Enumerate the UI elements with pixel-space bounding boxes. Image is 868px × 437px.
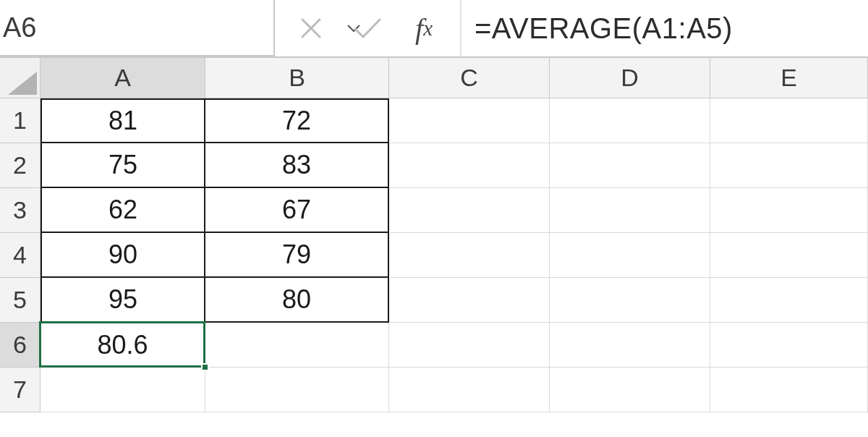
cell-A2[interactable]: 75: [41, 143, 205, 188]
cancel-icon[interactable]: [295, 12, 327, 44]
column-header-E[interactable]: E: [710, 58, 868, 98]
cell-C6[interactable]: [389, 323, 550, 368]
cell-A5[interactable]: 95: [41, 278, 205, 323]
column-header-row: A B C D E: [0, 58, 868, 98]
formula-bar-buttons: fx: [275, 0, 461, 56]
column-header-B[interactable]: B: [205, 58, 389, 98]
cell-B6[interactable]: [205, 323, 389, 368]
cell-A7[interactable]: [41, 368, 205, 412]
insert-function-icon[interactable]: fx: [408, 12, 440, 44]
column-header-A[interactable]: A: [41, 58, 205, 98]
row-header-7[interactable]: 7: [0, 368, 41, 412]
cell-D2[interactable]: [550, 143, 710, 188]
cell-E1[interactable]: [710, 98, 868, 143]
cell-C3[interactable]: [389, 188, 550, 233]
cell-C1[interactable]: [389, 98, 550, 143]
row-header-1[interactable]: 1: [0, 98, 41, 143]
name-box-container: [0, 0, 275, 56]
cell-B2[interactable]: 83: [205, 143, 389, 188]
cell-B5[interactable]: 80: [205, 278, 389, 323]
cell-B4[interactable]: 79: [205, 233, 389, 278]
cell-D1[interactable]: [550, 98, 710, 143]
cell-E3[interactable]: [710, 188, 868, 233]
select-all-corner[interactable]: [0, 58, 41, 98]
cell-E2[interactable]: [710, 143, 868, 188]
cell-E6[interactable]: [710, 323, 868, 368]
fill-handle[interactable]: [201, 363, 209, 371]
formula-bar: fx: [0, 0, 868, 58]
cell-D6[interactable]: [550, 323, 710, 368]
cell-C2[interactable]: [389, 143, 550, 188]
cell-C4[interactable]: [389, 233, 550, 278]
cell-A1[interactable]: 81: [41, 98, 205, 143]
cell-D4[interactable]: [550, 233, 710, 278]
cell-D3[interactable]: [550, 188, 710, 233]
worksheet: A B C D E 1 2 3 4 5 6 7 81 72 75 83: [0, 58, 868, 437]
cell-B1[interactable]: 72: [205, 98, 389, 143]
cell-D5[interactable]: [550, 278, 710, 323]
cell-C5[interactable]: [389, 278, 550, 323]
row-header-2[interactable]: 2: [0, 143, 41, 188]
column-header-D[interactable]: D: [550, 58, 710, 98]
row-header-4[interactable]: 4: [0, 233, 41, 278]
cell-B3[interactable]: 67: [205, 188, 389, 233]
cell-C7[interactable]: [389, 368, 550, 412]
column-header-C[interactable]: C: [389, 58, 550, 98]
row-header-6[interactable]: 6: [0, 323, 41, 368]
enter-icon[interactable]: [352, 12, 383, 44]
cell-grid: 81 72 75 83 62 67 90 79: [41, 98, 868, 437]
cell-E5[interactable]: [710, 278, 868, 323]
row-header-3[interactable]: 3: [0, 188, 41, 233]
cell-A6[interactable]: 80.6: [41, 323, 205, 368]
cell-A3[interactable]: 62: [41, 188, 205, 233]
row-header-5[interactable]: 5: [0, 278, 41, 323]
cell-D7[interactable]: [550, 368, 710, 412]
cell-E4[interactable]: [710, 233, 868, 278]
row-header-column: 1 2 3 4 5 6 7: [0, 98, 41, 412]
cell-A4[interactable]: 90: [41, 233, 205, 278]
formula-input[interactable]: [461, 0, 868, 56]
cell-E7[interactable]: [710, 368, 868, 412]
cell-B7[interactable]: [205, 368, 389, 412]
